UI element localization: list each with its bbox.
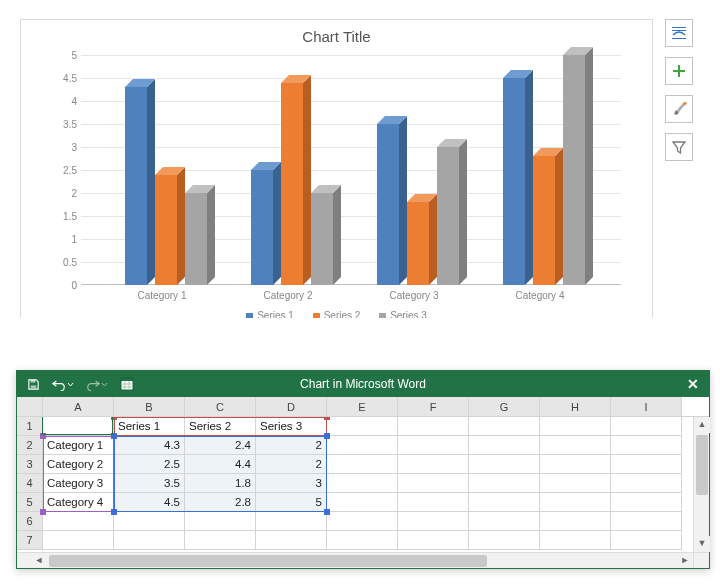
bar-series-2[interactable] <box>155 175 177 285</box>
category-label: Category 3 <box>369 290 459 301</box>
bar-series-2[interactable] <box>533 156 555 285</box>
chart-elements-button[interactable] <box>665 57 693 85</box>
y-tick: 5 <box>45 50 77 61</box>
bar-series-1[interactable] <box>251 170 273 285</box>
bar-series-3[interactable] <box>563 55 585 285</box>
chart-y-axis: 00.511.522.533.544.55 <box>45 55 77 285</box>
bar-series-1[interactable] <box>125 87 147 285</box>
chart-title[interactable]: Chart Title <box>21 20 652 45</box>
legend-item-series1[interactable]: Series 1 <box>246 310 294 318</box>
y-tick: 0 <box>45 280 77 291</box>
bar-series-3[interactable] <box>185 193 207 285</box>
layout-options-button[interactable] <box>665 19 693 47</box>
category-label: Category 2 <box>243 290 333 301</box>
y-tick: 3 <box>45 142 77 153</box>
layout-options-icon <box>671 25 687 41</box>
bar-series-2[interactable] <box>281 83 303 285</box>
chart-plot <box>81 55 621 285</box>
bar-series-1[interactable] <box>503 78 525 285</box>
y-tick: 2.5 <box>45 165 77 176</box>
chart-legend[interactable]: Series 1 Series 2 Series 3 <box>21 310 652 318</box>
bar-series-1[interactable] <box>377 124 399 285</box>
svg-rect-0 <box>672 27 686 28</box>
category-label: Category 1 <box>117 290 207 301</box>
y-tick: 3.5 <box>45 119 77 130</box>
chart-plot-area[interactable]: 00.511.522.533.544.55 Category 1Category… <box>81 55 621 285</box>
chart-styles-button[interactable] <box>665 95 693 123</box>
y-tick: 4 <box>45 96 77 107</box>
y-tick: 4.5 <box>45 73 77 84</box>
category-label: Category 4 <box>495 290 585 301</box>
bar-series-2[interactable] <box>407 202 429 285</box>
legend-item-series3[interactable]: Series 3 <box>379 310 427 318</box>
brush-icon <box>671 101 687 117</box>
bar-series-3[interactable] <box>311 193 333 285</box>
bar-series-3[interactable] <box>437 147 459 285</box>
y-tick: 2 <box>45 188 77 199</box>
plus-icon <box>671 63 687 79</box>
chart-filters-button[interactable] <box>665 133 693 161</box>
chart-container[interactable]: Chart Title 00.511.522.533.544.55 Catego… <box>20 19 653 318</box>
y-tick: 1.5 <box>45 211 77 222</box>
y-tick: 1 <box>45 234 77 245</box>
legend-item-series2[interactable]: Series 2 <box>313 310 361 318</box>
svg-rect-4 <box>673 70 685 72</box>
svg-rect-1 <box>672 30 686 31</box>
y-tick: 0.5 <box>45 257 77 268</box>
funnel-icon <box>671 139 687 155</box>
svg-rect-2 <box>672 38 686 39</box>
chart-flyout-toolbar <box>665 19 697 171</box>
